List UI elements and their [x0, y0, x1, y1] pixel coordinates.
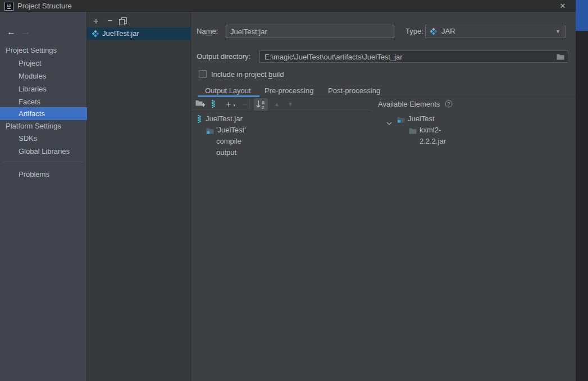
help-icon[interactable]: ? — [445, 100, 453, 109]
selected-tab-underline — [198, 95, 259, 97]
artifact-item-label: JuelTest:jar — [102, 27, 139, 40]
output-directory-label: Output directory: — [197, 52, 250, 61]
background-blue-block — [576, 0, 588, 31]
sort-alphabetically-icon[interactable]: az — [254, 98, 268, 111]
sidebar-item-facets[interactable]: Facets — [0, 95, 87, 108]
close-icon[interactable]: ✕ — [558, 1, 568, 11]
dialog-window: IJ Project Structure ✕ ← → Project Setti… — [0, 0, 576, 381]
type-dropdown[interactable]: JAR ▼ — [425, 25, 566, 38]
name-input[interactable] — [226, 25, 394, 38]
artifact-detail-panel: Name: Type: JAR ▼ — [191, 12, 576, 381]
output-directory-input[interactable] — [260, 51, 552, 62]
artifacts-list-panel: + − JuelTest:jar — [87, 12, 191, 381]
output-layout-toolbar: +▾ − az ▲ ▼ Available Elements ? — [191, 98, 576, 112]
jar-type-icon — [430, 27, 437, 37]
available-elements-label: Available Elements — [378, 100, 440, 108]
sidebar-item-global-libraries[interactable]: Global Libraries — [0, 145, 87, 158]
back-arrow-icon[interactable]: ← — [7, 27, 16, 37]
window-title: Project Structure — [17, 2, 72, 10]
library-folder-icon — [409, 126, 417, 137]
include-in-build-label: Include in project build — [211, 70, 284, 79]
svg-text:?: ? — [447, 101, 450, 107]
create-archive-icon[interactable] — [210, 100, 220, 110]
output-directory-field — [259, 51, 568, 63]
title-bar: IJ Project Structure ✕ — [0, 0, 576, 12]
toolbar-separator — [249, 100, 250, 109]
add-artifact-icon[interactable]: + — [92, 16, 101, 27]
project-structure-dialog: IJ Project Structure ✕ ← → Project Setti… — [0, 0, 588, 381]
artifact-list-item-jueltest[interactable]: JuelTest:jar — [87, 27, 191, 40]
settings-sidebar: ← → Project Settings Project Modules Lib… — [0, 12, 87, 381]
svg-text:z: z — [262, 104, 265, 110]
add-dropdown-caret-icon: ▾ — [233, 100, 235, 111]
sidebar-item-project[interactable]: Project — [0, 57, 87, 70]
create-directory-icon[interactable] — [195, 99, 206, 109]
include-in-build-checkbox[interactable] — [199, 70, 207, 78]
sidebar-item-problems[interactable]: Problems — [0, 168, 87, 181]
jar-archive-icon — [196, 115, 203, 126]
copy-artifact-icon[interactable] — [119, 17, 127, 25]
intellij-logo-icon: IJ — [4, 2, 13, 11]
name-label: Name: — [197, 27, 218, 35]
sidebar-item-libraries[interactable]: Libraries — [0, 82, 87, 95]
chevron-down-icon[interactable] — [386, 117, 392, 128]
forward-arrow-icon[interactable]: → — [21, 27, 30, 37]
browse-folder-icon[interactable] — [557, 53, 564, 62]
artifacts-toolbar: + − — [87, 16, 191, 28]
sidebar-header-project-settings: Project Settings — [0, 44, 87, 57]
sidebar-item-sdks[interactable]: SDKs — [0, 132, 87, 145]
remove-element-icon[interactable]: − — [240, 99, 250, 109]
type-selected-value: JAR — [441, 27, 455, 35]
module-output-folder-icon — [206, 126, 214, 137]
move-up-icon[interactable]: ▲ — [272, 99, 282, 109]
background-window-strip — [576, 0, 588, 381]
module-folder-icon — [397, 115, 405, 126]
artifact-icon — [92, 30, 99, 39]
move-down-icon[interactable]: ▼ — [285, 99, 295, 109]
add-element-icon[interactable]: +▾ — [224, 99, 234, 109]
type-label: Type: — [405, 27, 423, 35]
tab-pre-processing[interactable]: Pre-processing — [265, 85, 313, 97]
detail-tabs: Output Layout Pre-processing Post-proces… — [191, 84, 576, 97]
sidebar-item-artifacts[interactable]: Artifacts — [0, 107, 87, 120]
sidebar-item-modules[interactable]: Modules — [0, 70, 87, 82]
remove-artifact-icon[interactable]: − — [106, 16, 115, 27]
sidebar-header-platform-settings: Platform Settings — [0, 120, 87, 132]
tab-post-processing[interactable]: Post-processing — [328, 85, 380, 97]
sidebar-divider — [3, 162, 83, 162]
toolbar-bottom-border — [191, 112, 371, 112]
chevron-down-icon: ▼ — [555, 29, 560, 34]
